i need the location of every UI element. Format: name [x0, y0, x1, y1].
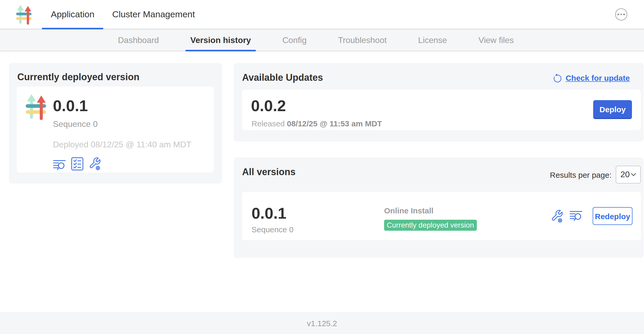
app-subnav: Dashboard Version history Config Trouble…: [0, 29, 644, 51]
results-per-page-label: Results per page:: [550, 170, 612, 179]
update-version-number: 0.0.2: [251, 97, 286, 115]
deployed-version-number: 0.0.1: [53, 97, 191, 115]
tab-application[interactable]: Application: [42, 0, 103, 29]
app-logo-icon: [16, 5, 32, 25]
deployed-version-card: 0.0.1 Sequence 0 Deployed 08/12/25 @ 11:…: [17, 87, 214, 173]
results-per-page-select[interactable]: 20: [616, 166, 641, 184]
subnav-troubleshoot[interactable]: Troubleshoot: [333, 29, 391, 51]
chevron-down-icon: [631, 173, 636, 177]
currently-deployed-title: Currently deployed version: [17, 72, 139, 83]
subnav-version-history-label: Version history: [190, 35, 251, 45]
deployed-timestamp: Deployed 08/12/25 @ 11:40 am MDT: [53, 140, 191, 149]
config-wrench-icon[interactable]: [89, 157, 101, 170]
release-diff-icon[interactable]: [53, 160, 66, 170]
available-updates-card: Available Updates Check for update 0.0.2…: [234, 63, 643, 142]
update-row: 0.0.2 Released 08/12/25 @ 11:53 am MDT D…: [242, 90, 641, 130]
row-sequence: Sequence 0: [252, 225, 293, 234]
header-tabs: Application Cluster Management: [42, 0, 204, 29]
update-released-timestamp: Released 08/12/25 @ 11:53 am MDT: [252, 119, 382, 128]
deploy-button[interactable]: Deploy: [593, 100, 632, 119]
currently-deployed-card: Currently deployed version 0.0.1 Sequenc…: [9, 63, 222, 184]
tab-application-label: Application: [51, 9, 94, 20]
check-for-update-link[interactable]: Check for update: [553, 73, 630, 83]
subnav-view-files-label: View files: [478, 35, 514, 45]
subnav-license-label: License: [418, 35, 447, 45]
ellipsis-menu-icon[interactable]: [615, 8, 627, 20]
check-for-update-label: Check for update: [566, 73, 630, 82]
app-logo-icon: [25, 94, 47, 120]
subnav-troubleshoot-label: Troubleshoot: [338, 35, 387, 45]
redeploy-button[interactable]: Redeploy: [593, 207, 632, 225]
currently-deployed-badge: Currently deployed version: [384, 220, 477, 231]
preflight-checklist-icon[interactable]: [71, 157, 83, 170]
release-diff-icon[interactable]: [570, 211, 583, 221]
admin-console-page: Application Cluster Management Dashboard…: [0, 0, 644, 334]
page-footer: v1.125.2: [0, 312, 644, 334]
version-row: 0.0.1 Sequence 0 Online Install Currentl…: [242, 192, 641, 240]
results-per-page-value: 20: [620, 170, 630, 179]
refresh-icon: [553, 73, 563, 83]
deployed-sequence: Sequence 0: [53, 120, 191, 129]
config-wrench-icon[interactable]: [551, 209, 563, 223]
all-versions-title: All versions: [242, 167, 296, 178]
subnav-dashboard-label: Dashboard: [118, 35, 159, 45]
main-content: Currently deployed version 0.0.1 Sequenc…: [0, 52, 644, 312]
install-type: Online Install: [384, 206, 477, 215]
subnav-config[interactable]: Config: [278, 29, 312, 51]
tab-cluster-management-label: Cluster Management: [112, 9, 195, 20]
tab-cluster-management[interactable]: Cluster Management: [103, 0, 204, 29]
results-per-page: Results per page: 20: [550, 166, 641, 184]
available-updates-title: Available Updates: [242, 72, 323, 83]
subnav-version-history[interactable]: Version history: [186, 29, 256, 51]
deployed-actions: [53, 157, 191, 170]
app-header: Application Cluster Management: [0, 0, 644, 29]
console-version: v1.125.2: [307, 319, 337, 327]
subnav-dashboard[interactable]: Dashboard: [113, 29, 164, 51]
subnav-license[interactable]: License: [413, 29, 452, 51]
all-versions-card: All versions Results per page: 20 0.0.1 …: [234, 157, 643, 258]
subnav-config-label: Config: [282, 35, 307, 45]
subnav-view-files[interactable]: View files: [474, 29, 519, 51]
row-version-number: 0.0.1: [252, 204, 293, 222]
